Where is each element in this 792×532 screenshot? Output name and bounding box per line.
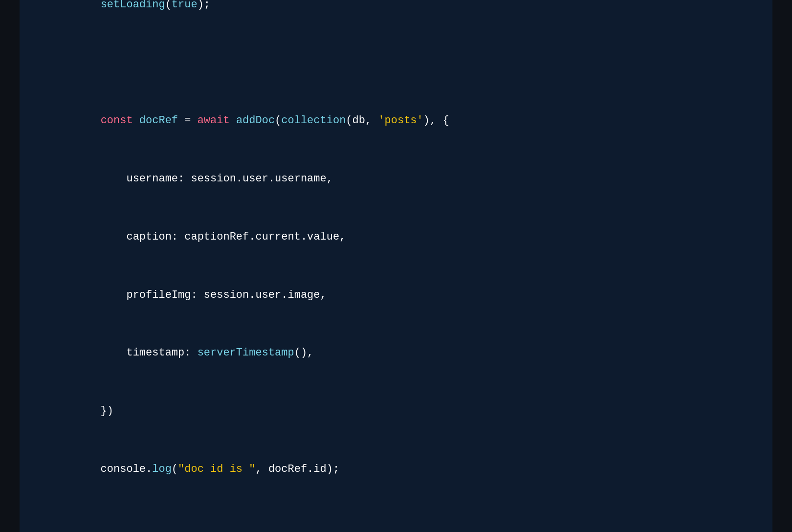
blank-3: [49, 53, 743, 72]
code-block: import { addDoc, collection, serverTimes…: [49, 0, 743, 532]
blank-4: [49, 518, 743, 532]
line-11: profileImg: session.user.image,: [49, 286, 743, 305]
line-7: setLoading(true);: [49, 0, 743, 14]
line-8: const docRef = await addDoc(collection(d…: [49, 111, 743, 131]
code-container: import { addDoc, collection, serverTimes…: [20, 0, 772, 532]
line-14: console.log("doc id is ", docRef.id);: [49, 460, 743, 479]
line-9: username: session.user.username,: [49, 169, 743, 189]
line-13: }): [49, 401, 743, 421]
line-12: timestamp: serverTimestamp(),: [49, 343, 743, 363]
line-10: caption: captionRef.current.value,: [49, 227, 743, 247]
